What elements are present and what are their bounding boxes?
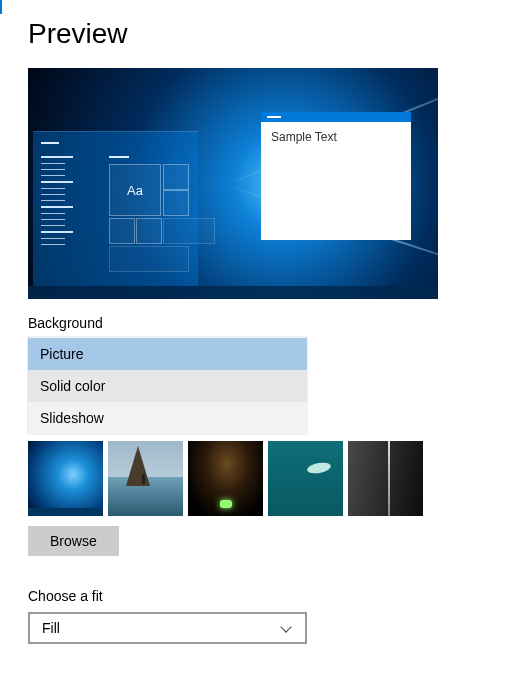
fit-value: Fill — [42, 620, 60, 636]
background-label: Background — [28, 315, 486, 331]
thumbnail-3[interactable] — [188, 441, 263, 516]
preview-taskbar — [28, 286, 438, 299]
thumbnail-1[interactable] — [28, 441, 103, 516]
preview-font-tile: Aa — [109, 164, 161, 216]
browse-button[interactable]: Browse — [28, 526, 119, 556]
preview-window: Sample Text — [261, 112, 411, 240]
background-option-solid-color[interactable]: Solid color — [28, 370, 307, 402]
thumbnail-2[interactable] — [108, 441, 183, 516]
chevron-down-icon — [281, 622, 293, 634]
preview-window-text: Sample Text — [261, 122, 411, 152]
background-option-picture[interactable]: Picture — [28, 338, 307, 370]
page-title: Preview — [28, 18, 486, 50]
fit-label: Choose a fit — [28, 588, 486, 604]
thumbnail-5[interactable] — [348, 441, 423, 516]
desktop-preview: Aa Sample Text — [28, 68, 438, 299]
thumbnail-4[interactable] — [268, 441, 343, 516]
background-thumbnails — [28, 441, 486, 516]
background-type-dropdown[interactable]: Picture Solid color Slideshow — [28, 337, 307, 434]
fit-dropdown[interactable]: Fill — [28, 612, 307, 644]
preview-start-menu: Aa — [33, 131, 198, 286]
background-option-slideshow[interactable]: Slideshow — [28, 402, 307, 434]
